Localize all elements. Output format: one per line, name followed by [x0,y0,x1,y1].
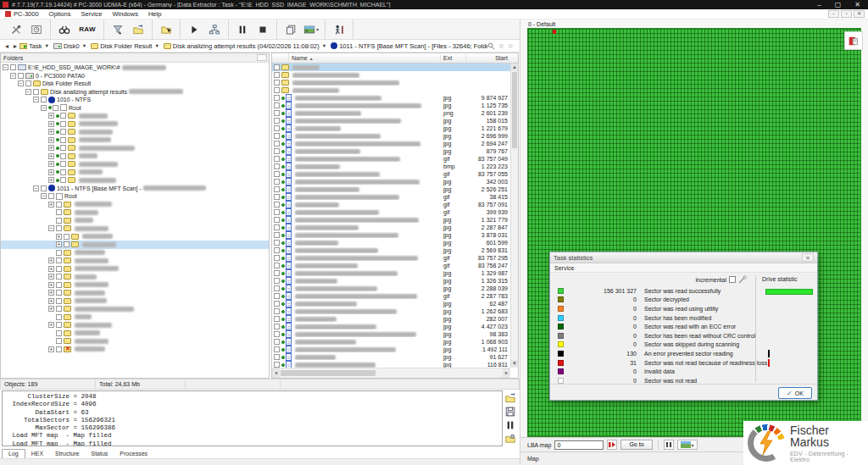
tree-expander[interactable]: + [48,161,54,167]
toolbar-export-button[interactable] [128,21,148,38]
tree-checkbox[interactable] [60,153,66,159]
tree-row-19[interactable] [1,217,269,225]
mdi-close-button[interactable]: ✕ [854,10,865,18]
log-pause-button[interactable] [504,418,517,431]
tree-row-12[interactable]: + [1,160,269,169]
lba-input[interactable] [554,440,604,450]
tree-checkbox[interactable] [56,209,62,215]
file-list-row[interactable]: jpg91 627 [272,353,510,361]
tree-row-21[interactable]: + [1,233,269,241]
vertical-scrollbar[interactable]: ▲ ▼ [510,64,518,368]
row-checkbox[interactable] [274,346,280,352]
row-checkbox[interactable] [274,285,280,291]
file-list-row[interactable]: jpg879 767 [272,147,510,155]
tree-checkbox[interactable] [56,346,62,352]
tree-row-24[interactable]: + [1,257,269,265]
tree-expander[interactable]: + [56,241,62,247]
row-checkbox[interactable] [274,171,280,177]
file-list-row[interactable]: jpg158 015 [272,117,510,125]
breadcrumb-item-3[interactable]: Disk analizing attempt results (04/02/20… [164,42,326,50]
mdi-minimize-button[interactable]: – [828,10,839,18]
tree-checkbox[interactable] [56,314,62,320]
tree-expander[interactable]: + [56,234,62,240]
tree-row-26[interactable]: + [1,273,269,281]
tree-row-1[interactable]: −0 - PC3000 PATA0 [1,72,269,80]
row-checkbox[interactable] [274,331,280,337]
tree-checkbox[interactable] [56,290,62,296]
tree-row-27[interactable]: + [1,281,269,290]
nav-back-button[interactable]: ◂ [3,42,11,50]
file-list-row[interactable]: jpg601 599 [272,239,510,246]
breadcrumb-item-4[interactable]: 1011 - NTFS [Base MFT Scan] - [Files - 3… [331,42,487,50]
file-list-row[interactable]: jpg9 874 927 [272,94,510,102]
file-list-row[interactable]: gif2 287 783 [272,292,510,300]
dialog-close-icon[interactable]: ✕ [802,253,814,262]
file-list-row[interactable]: jpg2 288 039 [272,285,510,292]
file-list-row[interactable]: bmp1 223 223 [272,163,510,170]
menu-help[interactable]: Help [143,10,166,18]
tree-checkbox[interactable] [56,274,62,280]
tree-row-14[interactable]: + [1,176,269,185]
tree-checkbox[interactable] [60,121,66,127]
tree-expander[interactable]: + [48,113,54,119]
toolbar-filter-button[interactable] [108,21,128,38]
search-icon[interactable] [487,42,495,50]
row-checkbox[interactable] [274,102,280,108]
tree-row-15[interactable]: −1011 - NTFS [Base MFT Scan] - [1,185,269,193]
goto-button[interactable]: Go to [620,440,652,450]
tree-row-29[interactable]: + [1,297,269,306]
tab-log[interactable]: Log [2,449,25,458]
tree-row-28[interactable]: + [1,289,269,297]
row-checkbox[interactable] [274,125,280,131]
toolbar-mapview-button[interactable]: ▾ [301,21,321,38]
tree-expander[interactable]: + [48,322,54,328]
toolbar-structure-button[interactable] [204,21,225,38]
tree-checkbox[interactable] [64,241,70,247]
file-list-row[interactable]: gif83 757 091 [272,201,510,208]
row-checkbox[interactable] [274,263,280,268]
tree-checkbox[interactable] [60,129,66,135]
tree-expander[interactable]: + [48,346,54,352]
maximize-button[interactable]: ▢ [835,1,842,9]
row-checkbox[interactable] [274,87,280,93]
row-checkbox[interactable] [274,202,280,208]
file-list-row[interactable]: jpg2 526 251 [272,185,510,193]
file-list-row[interactable]: gif83 757 295 [272,254,510,262]
tree-row-13[interactable]: + [1,169,269,177]
tree-row-18[interactable] [1,208,269,217]
row-checkbox[interactable] [274,247,280,253]
tree-checkbox[interactable] [56,298,62,304]
file-list-row[interactable]: jpg1 125 735 [272,102,510,109]
tree-checkbox[interactable] [56,330,62,336]
incremental-checkbox[interactable] [729,276,736,283]
scroll-left-icon[interactable]: ◂ [272,368,280,378]
tree-row-20[interactable]: − [1,224,269,233]
tree-row-31[interactable] [1,313,269,322]
log-save-button[interactable] [504,405,517,418]
toolbar-copy-button[interactable] [281,21,301,38]
column-checkbox[interactable] [272,53,289,63]
row-checkbox[interactable] [274,232,280,238]
tree-expander[interactable]: + [48,298,54,304]
file-list-row[interactable]: jpg1 492 111 [272,346,510,353]
map-tool-button[interactable] [844,31,863,50]
file-list-row[interactable]: jpg2 569 831 [272,246,510,254]
tree-row-34[interactable] [1,337,269,346]
tab-processes[interactable]: Processes [114,450,153,458]
row-checkbox[interactable] [274,110,280,116]
filter-wand-icon[interactable] [738,275,747,284]
row-checkbox[interactable] [274,354,280,360]
tree-expander[interactable]: − [33,185,39,191]
map-view-dropdown[interactable]: ▾ [677,440,698,450]
tree-checkbox[interactable] [56,257,62,263]
tree-checkbox[interactable] [60,161,66,167]
tree-row-35[interactable]: + [1,346,269,354]
scroll-down-icon[interactable]: ▼ [511,360,518,368]
tree-expander[interactable]: + [48,282,54,288]
menu-windows[interactable]: Windows [107,10,142,18]
tree-checkbox[interactable] [64,234,70,240]
tree-checkbox[interactable] [56,306,62,312]
toolbar-scheduler-button[interactable] [26,21,47,38]
row-checkbox[interactable] [274,308,280,314]
tree-checkbox[interactable] [25,80,31,86]
